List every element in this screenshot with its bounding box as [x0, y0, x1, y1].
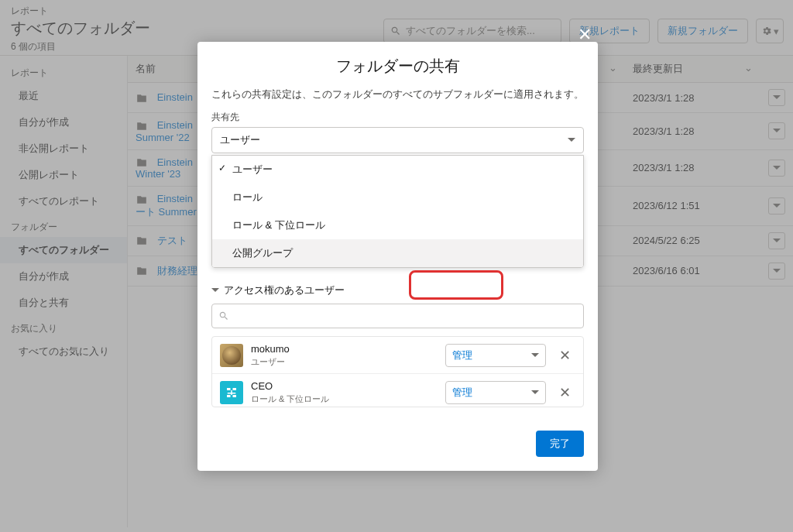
user-type: ロール & 下位ロール — [251, 393, 438, 404]
permission-select[interactable]: 管理 — [445, 381, 546, 404]
hierarchy-icon — [220, 381, 243, 404]
access-users-heading[interactable]: アクセス権のあるユーザー — [211, 283, 584, 297]
remove-user-button[interactable]: ✕ — [554, 384, 575, 401]
user-search-input[interactable] — [211, 304, 584, 328]
done-button[interactable]: 完了 — [536, 431, 584, 457]
share-with-select[interactable]: ユーザー — [211, 127, 584, 153]
chevron-down-icon — [211, 287, 219, 294]
close-icon[interactable]: ✕ — [578, 25, 592, 45]
option-user[interactable]: ユーザー — [212, 156, 583, 184]
remove-user-button[interactable]: ✕ — [554, 347, 575, 364]
user-name: mokumo — [251, 343, 438, 356]
share-folder-modal: ✕ フォルダーの共有 これらの共有設定は、このフォルダーのすべてのサブフォルダー… — [197, 42, 598, 471]
option-role-subordinates[interactable]: ロール & 下位ロール — [212, 211, 583, 239]
access-user-row: CEO ロール & 下位ロール 管理 ✕ — [212, 374, 583, 407]
access-user-list: mokumo ユーザー 管理 ✕ CEO ロール & 下位ロール 管理 ✕ — [211, 336, 584, 407]
user-type: ユーザー — [251, 356, 438, 367]
share-with-label: 共有先 — [197, 111, 598, 127]
caret-down-icon — [568, 136, 575, 144]
user-name: CEO — [251, 380, 438, 393]
caret-down-icon — [531, 352, 539, 359]
option-role[interactable]: ロール — [212, 184, 583, 211]
share-with-value: ユーザー — [220, 133, 260, 147]
modal-title: フォルダーの共有 — [197, 42, 598, 88]
access-user-row: mokumo ユーザー 管理 ✕ — [212, 337, 583, 374]
modal-description: これらの共有設定は、このフォルダーのすべてのサブフォルダーに適用されます。 — [197, 88, 598, 111]
share-with-dropdown: ユーザー ロール ロール & 下位ロール 公開グループ — [211, 155, 584, 268]
permission-select[interactable]: 管理 — [445, 344, 546, 367]
option-public-group[interactable]: 公開グループ — [212, 239, 583, 267]
search-icon — [218, 311, 229, 321]
caret-down-icon — [531, 389, 539, 396]
avatar — [220, 344, 243, 367]
